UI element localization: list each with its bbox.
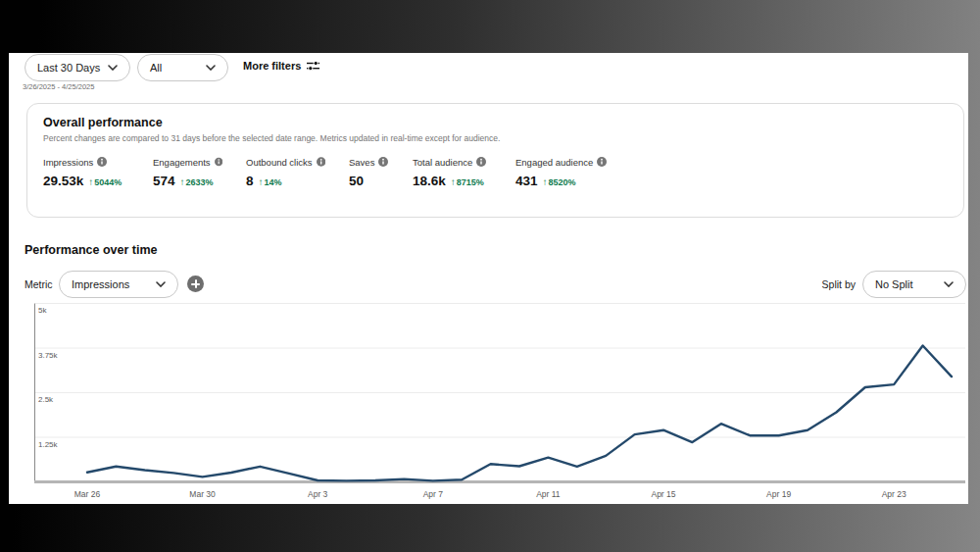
metric-change: ↑14% [259, 176, 282, 187]
svg-text:Apr 3: Apr 3 [308, 489, 328, 499]
metric-value: 431 [515, 174, 538, 188]
up-arrow-icon: ↑ [88, 176, 93, 187]
metric-block: Engagements 574 ↑2633% [153, 155, 222, 188]
more-filters-button[interactable]: More filters [243, 60, 319, 72]
performance-chart[interactable]: 5k3.75k2.5k1.25kMar 26Mar 30Apr 3Apr 7Ap… [34, 299, 965, 503]
split-by-dropdown[interactable]: No Split [862, 271, 966, 298]
metric-change: ↑2633% [180, 176, 214, 187]
svg-text:3.75k: 3.75k [38, 351, 59, 360]
metric-select-label: Metric [24, 278, 53, 290]
svg-text:1.25k: 1.25k [38, 440, 59, 449]
metric-change: ↑5044% [88, 176, 122, 187]
add-metric-button[interactable] [187, 276, 204, 292]
split-by-label: Split by [812, 278, 856, 290]
date-range-value: Last 30 Days [37, 62, 100, 74]
metric-label: Saves [349, 157, 374, 168]
chevron-down-icon [156, 281, 166, 287]
info-icon[interactable] [597, 157, 607, 167]
content-type-dropdown[interactable]: All [137, 54, 228, 81]
filter-sliders-icon [307, 60, 319, 72]
chevron-down-icon [108, 65, 118, 71]
svg-text:5k: 5k [38, 306, 47, 315]
metric-block: Saves 50 [349, 155, 389, 188]
metric-label: Impressions [43, 157, 93, 168]
info-icon[interactable] [476, 157, 486, 167]
svg-text:Apr 19: Apr 19 [766, 489, 791, 499]
svg-text:Apr 11: Apr 11 [536, 489, 561, 499]
metric-value: 574 [153, 174, 175, 188]
metric-label: Engaged audience [515, 157, 593, 168]
up-arrow-icon: ↑ [259, 176, 264, 187]
card-title: Overall performance [43, 116, 163, 129]
date-range-dropdown[interactable]: Last 30 Days [24, 54, 130, 81]
info-icon[interactable] [215, 157, 222, 167]
metric-change: ↑8715% [451, 176, 484, 187]
chevron-down-icon [206, 65, 216, 71]
more-filters-label: More filters [243, 60, 301, 72]
metrics-row: Impressions 29.53k ↑5044% Engagements [43, 155, 632, 188]
up-arrow-icon: ↑ [451, 176, 456, 187]
content-type-value: All [150, 62, 162, 74]
metric-block: Outbound clicks 8 ↑14% [246, 155, 325, 188]
analytics-page: Last 30 Days All More filters 3/26/2025 … [9, 53, 968, 504]
metric-label: Total audience [413, 157, 472, 168]
up-arrow-icon: ↑ [543, 176, 548, 187]
section-title: Performance over time [24, 243, 157, 257]
info-icon[interactable] [317, 157, 325, 167]
svg-text:Mar 26: Mar 26 [74, 489, 101, 499]
info-icon[interactable] [97, 157, 107, 167]
metric-value: 18.6k [413, 174, 446, 188]
metric-value: 29.53k [43, 174, 83, 188]
chevron-down-icon [944, 281, 954, 287]
metric-label: Outbound clicks [246, 157, 313, 168]
metric-value: 50 [349, 174, 364, 188]
metric-block: Impressions 29.53k ↑5044% [43, 155, 129, 188]
split-by-value: No Split [875, 278, 913, 290]
metric-dropdown[interactable]: Impressions [59, 271, 178, 298]
metric-dropdown-value: Impressions [72, 278, 129, 290]
line-chart-svg: 5k3.75k2.5k1.25kMar 26Mar 30Apr 3Apr 7Ap… [34, 299, 965, 503]
metric-block: Total audience 18.6k ↑8715% [413, 155, 492, 188]
metric-label: Engagements [153, 157, 211, 168]
svg-text:Mar 30: Mar 30 [189, 489, 216, 499]
svg-text:2.5k: 2.5k [38, 395, 54, 404]
metric-change: ↑8520% [543, 176, 576, 187]
overall-performance-card: Overall performance Percent changes are … [26, 103, 964, 218]
svg-text:Apr 15: Apr 15 [651, 489, 675, 499]
card-subtitle: Percent changes are compared to 31 days … [43, 133, 500, 143]
up-arrow-icon: ↑ [180, 176, 185, 187]
metric-value: 8 [246, 174, 254, 188]
metric-block: Engaged audience 431 ↑8520% [515, 155, 609, 188]
svg-text:Apr 23: Apr 23 [882, 489, 906, 499]
svg-text:Apr 7: Apr 7 [423, 489, 444, 499]
date-range-text: 3/26/2025 - 4/25/2025 [23, 82, 94, 91]
info-icon[interactable] [378, 157, 388, 167]
